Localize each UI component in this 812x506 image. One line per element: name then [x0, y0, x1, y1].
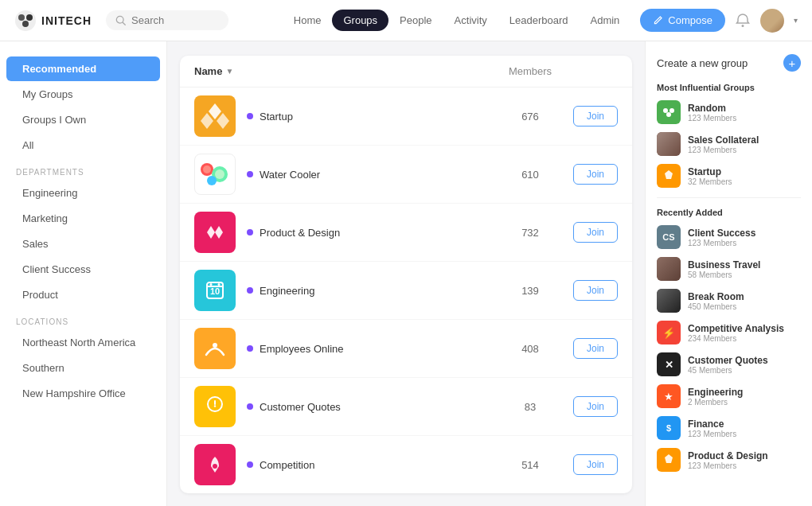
- online-dot: [247, 229, 253, 235]
- right-thumb-finance: $: [657, 416, 681, 440]
- svg-line-5: [123, 22, 125, 25]
- search-icon: [115, 15, 127, 26]
- sidebar-item-my-groups[interactable]: My Groups: [6, 82, 160, 107]
- right-group-info: Client Success 123 Members: [688, 228, 755, 247]
- nav-links: Home Groups People Activity Leaderboard …: [283, 10, 631, 31]
- svg-point-14: [207, 176, 217, 185]
- sidebar-item-northeast[interactable]: Northeast North America: [6, 330, 160, 355]
- right-group-info: Break Room 450 Members: [688, 291, 744, 311]
- online-dot: [247, 403, 253, 410]
- online-dot: [247, 171, 253, 177]
- search-box[interactable]: [106, 10, 228, 30]
- group-name-engineering: Engineering: [247, 285, 487, 297]
- table-header-members: Members: [498, 65, 562, 77]
- svg-marker-28: [665, 170, 673, 179]
- right-group-info: Finance 123 Members: [688, 418, 736, 438]
- svg-point-20: [213, 343, 217, 348]
- user-avatar[interactable]: [760, 9, 784, 33]
- group-thumb-product: [194, 212, 236, 253]
- departments-label: DEPARTMENTS: [0, 158, 166, 180]
- sidebar-item-all[interactable]: All: [6, 133, 160, 158]
- competition-icon: [203, 453, 227, 477]
- table-row: 10 Engineering 139 Join: [180, 262, 632, 320]
- sidebar-item-engineering[interactable]: Engineering: [6, 181, 160, 205]
- svg-point-2: [26, 14, 33, 21]
- list-item: Break Room 450 Members: [657, 289, 801, 313]
- online-dot: [247, 345, 253, 352]
- logo[interactable]: INITECH: [14, 10, 92, 32]
- table-header-name[interactable]: Name ▼: [194, 65, 498, 77]
- right-thumb-cq: ✕: [657, 352, 681, 376]
- compose-button[interactable]: Compose: [640, 9, 725, 32]
- nav-people[interactable]: People: [388, 10, 443, 31]
- svg-marker-7: [209, 103, 221, 119]
- group-name-employees: Employees Online: [247, 343, 487, 355]
- svg-point-27: [666, 112, 671, 117]
- svg-point-13: [215, 169, 224, 179]
- chevron-down-icon[interactable]: ▾: [794, 16, 798, 25]
- customerquotes-icon: [203, 395, 227, 418]
- list-item: Product & Design 123 Members: [657, 448, 801, 472]
- svg-point-24: [213, 464, 217, 469]
- main-content: Name ▼ Members Startup: [167, 41, 645, 506]
- recent-label: Recently Added: [657, 208, 801, 217]
- sketch-icon: [662, 169, 676, 183]
- sidebar-item-marketing[interactable]: Marketing: [6, 206, 160, 231]
- svg-marker-9: [217, 113, 229, 129]
- influential-label: Most Influential Groups: [657, 83, 801, 92]
- bell-icon[interactable]: [735, 13, 751, 29]
- group-thumb-engineering: 10: [194, 270, 236, 311]
- sidebar-item-new-hampshire[interactable]: New Hampshire Office: [6, 381, 160, 406]
- join-button-competition[interactable]: Join: [573, 454, 618, 475]
- right-thumb-cs: CS: [657, 225, 681, 249]
- nav-home[interactable]: Home: [283, 10, 333, 31]
- join-button-engineering[interactable]: Join: [573, 280, 618, 301]
- table-row: Customer Quotes 83 Join: [180, 378, 632, 436]
- group-name-competition: Competition: [247, 459, 487, 471]
- right-group-info: Engineering 2 Members: [688, 387, 743, 407]
- nav-activity[interactable]: Activity: [443, 10, 498, 31]
- right-panel: Create a new group + Most Influential Gr…: [645, 41, 812, 506]
- svg-point-23: [214, 405, 216, 407]
- list-item: CS Client Success 123 Members: [657, 225, 801, 249]
- join-button-product[interactable]: Join: [573, 222, 618, 243]
- svg-point-25: [663, 108, 668, 113]
- right-thumb-pd-r: [657, 448, 681, 472]
- sidebar-item-sales[interactable]: Sales: [6, 232, 160, 256]
- sort-icon[interactable]: ▼: [225, 67, 233, 76]
- sidebar-item-recommended[interactable]: Recommended: [6, 56, 160, 81]
- list-item: Startup 32 Members: [657, 164, 801, 188]
- sidebar-item-southern[interactable]: Southern: [6, 356, 160, 380]
- divider: [657, 197, 801, 198]
- group-members-customerquotes: 83: [498, 401, 562, 413]
- sidebar-item-product[interactable]: Product: [6, 282, 160, 307]
- locations-label: LOCATIONS: [0, 308, 166, 329]
- group-members-watercooler: 610: [498, 169, 562, 181]
- join-button-customerquotes[interactable]: Join: [573, 396, 618, 417]
- create-group-button[interactable]: +: [783, 54, 801, 72]
- right-group-info: Startup 32 Members: [688, 166, 732, 186]
- watercooler-icon: [197, 157, 232, 192]
- right-thumb-sales: [657, 132, 681, 156]
- svg-point-11: [203, 165, 211, 173]
- svg-text:10: 10: [210, 286, 220, 296]
- groups-table: Name ▼ Members Startup: [180, 56, 632, 493]
- search-input[interactable]: [131, 14, 219, 26]
- group-name-watercooler: Water Cooler: [247, 169, 487, 181]
- svg-point-3: [22, 21, 29, 27]
- table-row: Water Cooler 610 Join: [180, 146, 632, 204]
- sidebar-item-client-success[interactable]: Client Success: [6, 257, 160, 282]
- sidebar-item-groups-i-own[interactable]: Groups I Own: [6, 107, 160, 132]
- group-members-startup: 676: [498, 111, 562, 123]
- nav-leaderboard[interactable]: Leaderboard: [498, 10, 580, 31]
- group-thumb-customerquotes: [194, 386, 236, 427]
- top-navigation: INITECH Home Groups People Activity Lead…: [0, 0, 812, 41]
- join-button-employees[interactable]: Join: [573, 338, 618, 359]
- join-button-startup[interactable]: Join: [573, 106, 618, 127]
- nav-admin[interactable]: Admin: [580, 10, 631, 31]
- group-thumb-watercooler: [194, 154, 236, 195]
- group-name-customerquotes: Customer Quotes: [247, 401, 487, 413]
- right-thumb-bt: [657, 257, 681, 281]
- nav-groups[interactable]: Groups: [332, 10, 388, 31]
- join-button-watercooler[interactable]: Join: [573, 164, 618, 185]
